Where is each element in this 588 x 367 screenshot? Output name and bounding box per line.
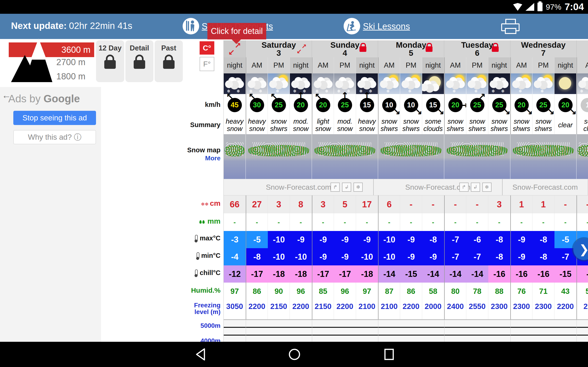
frz-value: 2150: [268, 300, 290, 319]
day-header-tuesday[interactable]: Tuesday6: [444, 40, 510, 57]
frz-value: 2200: [554, 300, 577, 319]
chill-value: -18: [268, 265, 290, 283]
why-this-ad-button[interactable]: Why this ad? ⓘ: [13, 130, 96, 144]
snow-map-image[interactable]: [224, 134, 246, 179]
sun-icon: [455, 75, 464, 84]
site-header: Next update:02hr 22min 41s Ski Hire Disc…: [0, 14, 588, 39]
weather-icon-day-sun-snow: ❄: [378, 73, 400, 94]
min-value: -10: [356, 248, 378, 265]
sun-icon: [389, 75, 398, 84]
wind-speed-badge: 25 ↘: [536, 98, 551, 112]
tab-detail[interactable]: Detail: [125, 40, 154, 82]
wind-speed-badge: 25 ↖: [272, 98, 286, 112]
tab-past[interactable]: Past: [155, 40, 183, 82]
day-header-saturday[interactable]: Saturday3 ↗↙: [246, 40, 312, 57]
freezing-row-label: Freezinglevel (m): [194, 302, 221, 315]
max-value: -10: [378, 231, 400, 248]
min-value: -7: [466, 248, 488, 265]
export-icon[interactable]: ↱: [459, 183, 468, 192]
summary-cell: heavysnow: [224, 116, 246, 134]
snow-cm-row-label: ❄❄ cm: [201, 199, 221, 208]
wind-cell: 25 ↗: [466, 94, 488, 116]
max-value: -8: [488, 231, 510, 248]
download-icon[interactable]: ↲: [342, 183, 351, 192]
snowflake-icon[interactable]: ❄: [482, 183, 492, 192]
nav-back-icon[interactable]: [195, 348, 207, 361]
elevation-top-button[interactable]: 3600 m: [9, 42, 94, 57]
weather-icon-night-moon: [422, 73, 444, 94]
raindrop-icon: [202, 220, 205, 224]
frz-value: 2300: [532, 300, 554, 319]
forecast-table: ↗↙ Saturday3 ↗↙ Sunday4 Monday5 Tuesday6…: [224, 40, 588, 342]
next-update-label: Next update:: [11, 21, 67, 31]
watermark-text: Snow-Forecast.com: [266, 183, 331, 192]
weather-icon-night-snow: ❄ ❄: [224, 73, 246, 94]
period-label: AM: [444, 57, 466, 73]
wind-speed-badge: 25 ↑: [338, 98, 352, 112]
wind-cell: 25 ↑: [334, 94, 356, 116]
cm-value: -: [400, 195, 422, 213]
download-icon[interactable]: ↲: [471, 183, 480, 192]
day-header-sunday[interactable]: Sunday4: [312, 40, 378, 57]
humidity-row: 978690968596978786588078887671435: [224, 283, 588, 300]
summary-cell: snowshwrs: [488, 116, 510, 134]
export-icon[interactable]: ↱: [330, 183, 340, 192]
moon-icon: [428, 76, 441, 89]
elevation-mid-button[interactable]: 2700 m: [40, 57, 86, 67]
nav-recents-icon[interactable]: [383, 348, 395, 361]
nav-home-icon[interactable]: [288, 348, 301, 361]
expand-icon: ↗↙: [296, 44, 307, 54]
print-icon[interactable]: [501, 19, 519, 34]
hum-value: 96: [290, 283, 312, 300]
wind-speed-badge: 20 ↘: [558, 98, 573, 112]
fahrenheit-button[interactable]: F°: [199, 57, 214, 71]
snow-map-image[interactable]: [444, 134, 510, 179]
day-header-wednesday[interactable]: Wednesday7: [510, 40, 577, 57]
freezing-level-row: 3050220021502200215022002100210022002000…: [224, 300, 588, 320]
snowflake-icon[interactable]: ❄: [354, 183, 363, 192]
max-value: -5: [246, 231, 268, 248]
elevation-bot-button[interactable]: 1800 m: [40, 72, 86, 81]
android-nav-bar: [0, 342, 588, 367]
forecast-tabs: 12 Day Detail Past: [96, 40, 183, 82]
wind-speed-badge: 1: [581, 98, 588, 112]
cm-value: 3: [488, 195, 510, 213]
snow-map-image[interactable]: [312, 134, 378, 179]
period-label: night: [554, 57, 577, 73]
snowmap-row-label: Snow map: [187, 146, 221, 154]
weather-icon-row: ❄ ❄❄ ❄❄❄ ❄❄ ❄❄ ❄❄ ❄❄❄❄❄❄ ❄❄❄❄ ❄: [224, 73, 588, 94]
tab-12day[interactable]: 12 Day: [96, 40, 124, 82]
snow-map-image[interactable]: [246, 134, 312, 179]
wind-speed-badge: 20 →: [448, 98, 463, 112]
min-value: -9: [400, 248, 422, 265]
weather-icon-day-sun-snow: ❄: [268, 73, 290, 94]
celsius-button[interactable]: C°: [199, 41, 214, 55]
wind-cell: 20 ↘: [554, 94, 577, 116]
stop-seeing-ad-button[interactable]: Stop seeing this ad: [13, 111, 96, 125]
max-value: -9: [356, 231, 378, 248]
chill-temp-row: -12-17-18-18-17-17-18-14-15-14-14-14-16-…: [224, 265, 588, 283]
min-value: -10: [378, 248, 400, 265]
summary-row: heavysnowheavysnowsnowshwrsmod.snowlight…: [224, 116, 588, 134]
frz-value: 2200: [334, 300, 356, 319]
wind-row: 45 ↖ 30 ↖ 25 ↖ 20 ↑ 20 ↖ 25 ↑ 15 ↑: [224, 94, 588, 116]
watermark-section: Snow-Forecast.com: [502, 179, 588, 195]
weather-icon-day-snow: ❄ ❄: [246, 73, 268, 94]
summary-cell: soclo: [577, 116, 588, 134]
period-label: AM: [510, 57, 532, 73]
frz-value: 2200: [290, 300, 312, 319]
summary-cell: snowshwrs: [532, 116, 554, 134]
mm-value: -: [554, 213, 577, 231]
tooltip: Click for detail: [208, 23, 266, 40]
day-header-monday[interactable]: Monday5: [378, 40, 444, 57]
snow-map-image[interactable]: [378, 134, 444, 179]
summary-cell: heavysnow: [356, 116, 378, 134]
snow-map-image[interactable]: [577, 134, 588, 179]
hum-value: 88: [488, 283, 510, 300]
ads-title: Ads by Google: [8, 92, 80, 105]
chevron-right-icon: ❯: [579, 242, 588, 256]
weather-icon-night-moon-clear: [554, 73, 577, 94]
snowmap-more-link[interactable]: More: [205, 155, 221, 162]
ski-lessons-link[interactable]: Ski Lessons: [363, 22, 410, 31]
snow-map-image[interactable]: [510, 134, 577, 179]
